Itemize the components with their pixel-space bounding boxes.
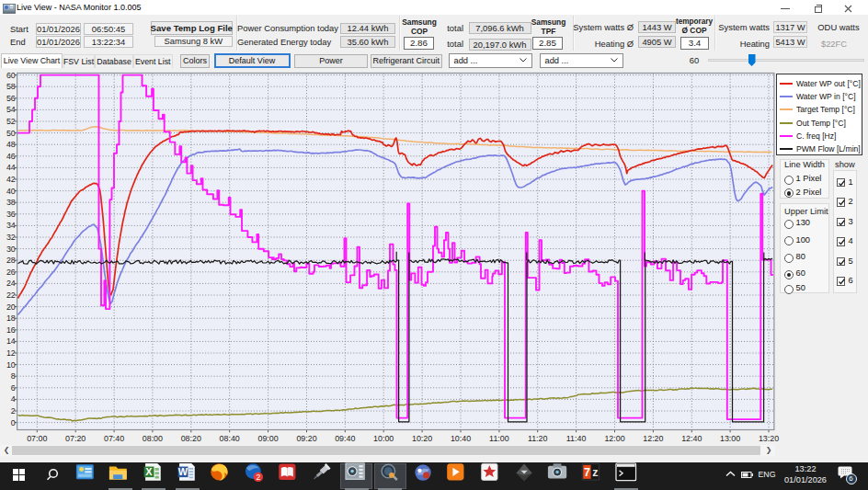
svg-text:13:20: 13:20 (759, 434, 779, 443)
svg-text:0: 0 (11, 418, 16, 427)
svg-text:32: 32 (6, 233, 16, 242)
svg-text:48: 48 (6, 140, 16, 149)
svg-text:X: X (145, 465, 153, 476)
svg-text:20: 20 (6, 302, 16, 312)
svg-text:40: 40 (6, 187, 16, 196)
svg-text:07:20: 07:20 (65, 434, 86, 443)
svg-text:11:40: 11:40 (566, 434, 587, 443)
svg-text:18: 18 (6, 313, 16, 323)
svg-text:22: 22 (6, 291, 16, 300)
svg-text:12:40: 12:40 (681, 434, 702, 443)
svg-text:2: 2 (11, 406, 16, 416)
svg-text:38: 38 (6, 198, 16, 207)
svg-text:58: 58 (6, 82, 16, 91)
svg-text:10:20: 10:20 (412, 434, 432, 443)
svg-text:08:00: 08:00 (143, 434, 163, 443)
svg-text:09:20: 09:20 (296, 434, 316, 443)
svg-text:36: 36 (6, 210, 16, 219)
svg-text:4: 4 (11, 394, 16, 404)
svg-text:07:40: 07:40 (104, 434, 124, 443)
svg-text:11:00: 11:00 (489, 434, 509, 443)
svg-text:7: 7 (584, 466, 590, 479)
svg-text:09:40: 09:40 (335, 434, 355, 443)
svg-text:12: 12 (6, 348, 16, 358)
svg-text:12:20: 12:20 (643, 434, 663, 443)
svg-text:34: 34 (6, 221, 16, 230)
svg-text:10: 10 (6, 360, 16, 370)
svg-text:12:00: 12:00 (604, 434, 624, 443)
svg-text:2: 2 (256, 473, 260, 482)
svg-text:52: 52 (6, 117, 16, 126)
svg-text:09:00: 09:00 (257, 434, 278, 443)
svg-text:08:20: 08:20 (181, 434, 201, 443)
svg-text:46: 46 (6, 152, 16, 161)
svg-text:60: 60 (6, 71, 16, 80)
svg-text:8: 8 (11, 371, 16, 381)
svg-text:13:00: 13:00 (720, 434, 740, 443)
svg-text:54: 54 (6, 105, 16, 114)
svg-text:24: 24 (6, 279, 16, 288)
svg-text:11:20: 11:20 (528, 434, 548, 443)
svg-text:56: 56 (6, 94, 16, 103)
svg-text:10:00: 10:00 (373, 434, 394, 443)
svg-text:z: z (592, 466, 598, 479)
svg-text:08:40: 08:40 (220, 434, 240, 443)
svg-text:6: 6 (11, 383, 16, 393)
svg-text:28: 28 (6, 256, 16, 265)
svg-text:14: 14 (6, 336, 16, 346)
svg-text:07:00: 07:00 (27, 434, 47, 443)
svg-text:26: 26 (6, 268, 16, 277)
svg-text:30: 30 (6, 245, 16, 254)
svg-text:W: W (177, 465, 188, 476)
svg-text:16: 16 (6, 325, 16, 335)
svg-text:10:40: 10:40 (451, 434, 471, 443)
svg-text:42: 42 (6, 175, 16, 184)
svg-text:44: 44 (6, 163, 16, 172)
svg-text:50: 50 (6, 129, 16, 138)
